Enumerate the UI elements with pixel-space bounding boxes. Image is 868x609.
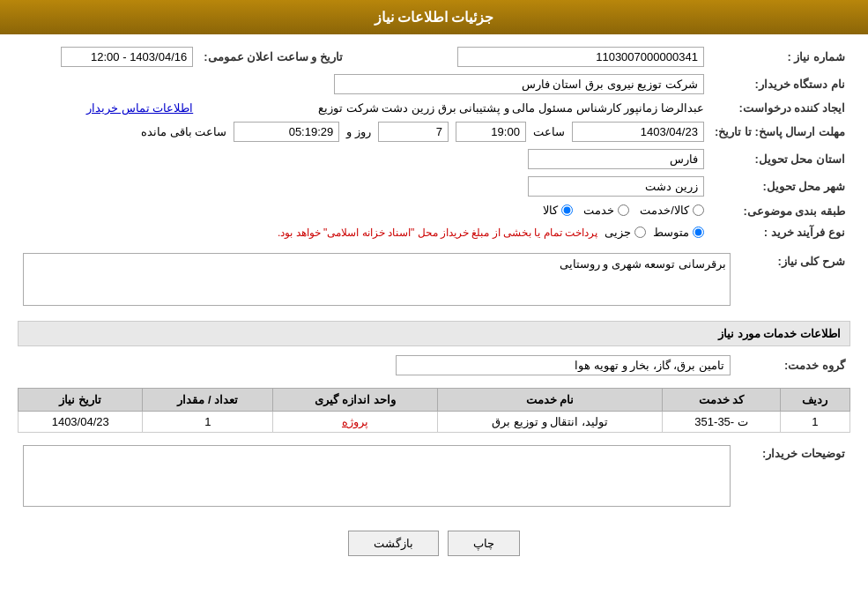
buyer-notes-table: توضیحات خریدار: — [18, 442, 850, 513]
row-buyer-notes: توضیحات خریدار: — [18, 442, 850, 513]
radio-khedmat-input[interactable] — [618, 204, 629, 216]
category-cell: کالا/خدمت خدمت کالا — [18, 200, 709, 222]
row-process: نوع فرآیند خرید : متوسط جزیی پرداخت تمام… — [18, 222, 850, 242]
radio-kala-khedmat[interactable]: کالا/خدمت — [640, 204, 704, 217]
row-buyer-org: نام دستگاه خریدار: — [18, 71, 850, 98]
contact-link[interactable]: اطلاعات تماس خریدار — [86, 101, 193, 115]
service-group-label: گروه خدمت: — [736, 352, 850, 379]
deadline-remaining-input[interactable] — [234, 122, 339, 142]
row-province: استان محل تحویل: — [18, 145, 850, 173]
deadline-time-input[interactable] — [456, 122, 526, 142]
process-row-flex: متوسط جزیی پرداخت تمام یا بخشی از مبلغ خ… — [23, 226, 704, 239]
buyer-notes-cell — [18, 442, 736, 513]
row-category: طبقه بندی موضوعی: کالا/خدمت خدمت — [18, 200, 850, 222]
process-cell: متوسط جزیی پرداخت تمام یا بخشی از مبلغ خ… — [18, 222, 709, 242]
need-number-label: شماره نیاز : — [709, 43, 850, 71]
radio-khedmat[interactable]: خدمت — [583, 204, 629, 217]
process-label: نوع فرآیند خرید : — [709, 222, 850, 242]
province-cell — [18, 145, 709, 173]
radio-khedmat-label: خدمت — [583, 204, 614, 217]
row-need-number: شماره نیاز : تاریخ و ساعت اعلان عمومی: — [18, 43, 850, 71]
services-section: ردیف کد خدمت نام خدمت واحد اندازه گیری ت… — [18, 388, 850, 433]
service-group-table: گروه خدمت: — [18, 352, 850, 379]
radio-kala-khedmat-input[interactable] — [693, 204, 704, 216]
services-section-header: اطلاعات خدمات مورد نیاز — [18, 321, 850, 346]
description-label: شرح کلی نیاز: — [736, 249, 850, 312]
cell-row-num: 1 — [780, 412, 849, 433]
services-label: اطلاعات خدمات مورد نیاز — [718, 327, 841, 340]
need-number-cell — [383, 43, 709, 71]
description-cell: برقرسانی توسعه شهری و روستایی — [18, 249, 736, 312]
buyer-notes-textarea[interactable] — [23, 445, 731, 507]
creator-value: عبدالرضا زمانپور کارشناس مسئول مالی و پش… — [318, 101, 704, 115]
content-area: شماره نیاز : تاریخ و ساعت اعلان عمومی: ن… — [0, 34, 868, 565]
services-table-head: ردیف کد خدمت نام خدمت واحد اندازه گیری ت… — [19, 389, 850, 412]
deadline-date-input[interactable] — [572, 122, 704, 142]
cell-service-name: تولید، انتقال و توزیع برق — [437, 412, 663, 433]
radio-mottaset[interactable]: متوسط — [653, 226, 704, 239]
service-group-input[interactable] — [396, 355, 731, 375]
deadline-row-flex: ساعت روز و ساعت باقی مانده — [23, 122, 704, 142]
buyer-org-label: نام دستگاه خریدار: — [709, 71, 850, 98]
buttons-row: چاپ بازگشت — [18, 531, 850, 556]
th-unit: واحد اندازه گیری — [273, 389, 437, 412]
creator-label: ایجاد کننده درخواست: — [709, 98, 850, 118]
contact-link-cell[interactable]: اطلاعات تماس خریدار — [18, 98, 198, 118]
services-data-table: ردیف کد خدمت نام خدمت واحد اندازه گیری ت… — [18, 388, 850, 433]
services-header-row: ردیف کد خدمت نام خدمت واحد اندازه گیری ت… — [19, 389, 850, 412]
radio-jozi-label: جزیی — [605, 226, 631, 239]
main-info-table: شماره نیاز : تاریخ و ساعت اعلان عمومی: ن… — [18, 43, 850, 242]
province-input[interactable] — [528, 149, 704, 169]
announce-label: تاریخ و ساعت اعلان عمومی: — [198, 43, 348, 71]
th-service-code: کد خدمت — [663, 389, 780, 412]
announce-date-cell — [18, 43, 198, 71]
cell-quantity: 1 — [143, 412, 273, 433]
radio-jozi-input[interactable] — [634, 227, 646, 238]
row-service-group: گروه خدمت: — [18, 352, 850, 379]
page-wrapper: جزئیات اطلاعات نیاز شماره نیاز : تاریخ و… — [0, 0, 868, 609]
back-button[interactable]: بازگشت — [348, 531, 439, 556]
radio-kala[interactable]: کالا — [543, 204, 573, 217]
header-title: جزئیات اطلاعات نیاز — [375, 10, 494, 25]
creator-cell: عبدالرضا زمانپور کارشناس مسئول مالی و پش… — [198, 98, 709, 118]
row-deadline: مهلت ارسال پاسخ: تا تاریخ: ساعت روز و سا… — [18, 118, 850, 145]
print-button[interactable]: چاپ — [448, 531, 520, 556]
row-description: شرح کلی نیاز: برقرسانی توسعه شهری و روست… — [18, 249, 850, 312]
radio-mottaset-label: متوسط — [653, 226, 689, 239]
radio-kala-label: کالا — [543, 204, 558, 217]
process-note: پرداخت تمام یا بخشی از مبلغ خریداز محل "… — [278, 227, 597, 239]
table-row: 1 ت -35-351 تولید، انتقال و توزیع برق پر… — [19, 412, 850, 433]
category-radio-group: کالا/خدمت خدمت کالا — [543, 204, 704, 217]
th-date: تاریخ نیاز — [19, 389, 143, 412]
deadline-days-input[interactable] — [378, 122, 449, 142]
city-input[interactable] — [528, 176, 704, 197]
row-creator: ایجاد کننده درخواست: عبدالرضا زمانپور کا… — [18, 98, 850, 118]
radio-mottaset-input[interactable] — [693, 227, 704, 238]
th-service-name: نام خدمت — [437, 389, 663, 412]
row-city: شهر محل تحویل: — [18, 173, 850, 200]
cell-unit[interactable]: پروژه — [273, 412, 437, 433]
need-number-input[interactable] — [457, 47, 704, 67]
category-label: طبقه بندی موضوعی: — [709, 200, 850, 222]
description-watermark: برقرسانی توسعه شهری و روستایی — [23, 253, 731, 308]
remaining-label: ساعت باقی مانده — [141, 125, 226, 138]
th-row-num: ردیف — [780, 389, 849, 412]
province-label: استان محل تحویل: — [709, 145, 850, 173]
radio-kala-khedmat-label: کالا/خدمت — [640, 204, 689, 217]
city-cell — [18, 173, 709, 200]
days-label: روز و — [346, 125, 371, 138]
buyer-org-cell — [18, 71, 709, 98]
time-label-static: ساعت — [533, 125, 565, 138]
description-textarea[interactable] — [23, 253, 731, 306]
deadline-cell: ساعت روز و ساعت باقی مانده — [18, 118, 709, 145]
buyer-notes-label: توضیحات خریدار: — [736, 442, 850, 513]
city-label: شهر محل تحویل: — [709, 173, 850, 200]
buyer-org-input[interactable] — [334, 74, 704, 94]
announce-date-input[interactable] — [61, 47, 193, 67]
radio-jozi[interactable]: جزیی — [605, 226, 646, 239]
description-table: شرح کلی نیاز: برقرسانی توسعه شهری و روست… — [18, 249, 850, 312]
radio-kala-input[interactable] — [561, 204, 573, 216]
cell-service-code: ت -35-351 — [663, 412, 780, 433]
deadline-label: مهلت ارسال پاسخ: تا تاریخ: — [709, 118, 850, 145]
cell-date: 1403/04/23 — [19, 412, 143, 433]
